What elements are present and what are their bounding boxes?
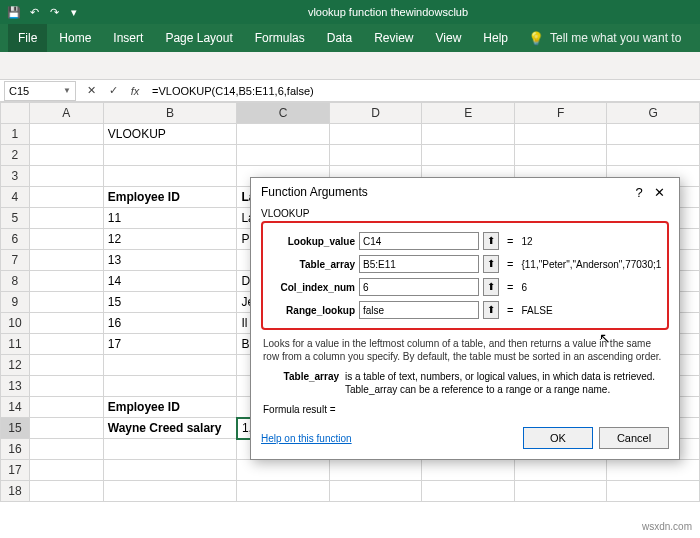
cancel-button[interactable]: Cancel [599, 427, 669, 449]
name-box-dropdown-icon[interactable]: ▼ [63, 86, 71, 95]
ref-selector-icon[interactable]: ⬆ [483, 278, 499, 296]
arg-lookup-value: Lookup_value C14 ⬆ = 12 [269, 230, 661, 252]
tab-data[interactable]: Data [317, 24, 362, 52]
ref-selector-icon[interactable]: ⬆ [483, 255, 499, 273]
formula-result: Formula result = [263, 404, 667, 415]
col-index-input[interactable]: 6 [359, 278, 479, 296]
tab-review[interactable]: Review [364, 24, 423, 52]
col-C[interactable]: C [237, 103, 330, 124]
enter-icon[interactable]: ✓ [104, 82, 122, 100]
dialog-titlebar[interactable]: Function Arguments ? ✕ [251, 178, 679, 206]
tab-page-layout[interactable]: Page Layout [155, 24, 242, 52]
watermark: wsxdn.com [642, 521, 692, 532]
row-1: 1VLOOKUP [1, 124, 700, 145]
ribbon-tabs: File Home Insert Page Layout Formulas Da… [0, 24, 700, 52]
cancel-icon[interactable]: ✕ [82, 82, 100, 100]
ref-selector-icon[interactable]: ⬆ [483, 301, 499, 319]
name-box-value: C15 [9, 85, 29, 97]
select-all-corner[interactable] [1, 103, 30, 124]
tell-me[interactable]: 💡 Tell me what you want to [528, 31, 681, 46]
tell-me-label: Tell me what you want to [550, 31, 681, 45]
lookup-value-input[interactable]: C14 [359, 232, 479, 250]
undo-icon[interactable]: ↶ [26, 4, 42, 20]
fx-icon[interactable]: fx [126, 82, 144, 100]
column-headers: A B C D E F G [1, 103, 700, 124]
bulb-icon: 💡 [528, 31, 544, 46]
arg-range-lookup: Range_lookup false ⬆ = FALSE [269, 299, 661, 321]
tab-insert[interactable]: Insert [103, 24, 153, 52]
help-link[interactable]: Help on this function [261, 433, 352, 444]
tab-help[interactable]: Help [473, 24, 518, 52]
quick-access-toolbar: 💾 ↶ ↷ ▾ [6, 4, 82, 20]
tab-formulas[interactable]: Formulas [245, 24, 315, 52]
row-18: 18 [1, 481, 700, 502]
col-E[interactable]: E [422, 103, 515, 124]
name-box[interactable]: C15 ▼ [4, 81, 76, 101]
window-title: vlookup function thewindowsclub [82, 6, 694, 18]
formula-input[interactable]: =VLOOKUP(C14,B5:E11,6,false) [146, 85, 700, 97]
redo-icon[interactable]: ↷ [46, 4, 62, 20]
dialog-close-icon[interactable]: ✕ [649, 185, 669, 200]
arg-col-index-num: Col_index_num 6 ⬆ = 6 [269, 276, 661, 298]
ok-button[interactable]: OK [523, 427, 593, 449]
row-2: 2 [1, 145, 700, 166]
col-D[interactable]: D [329, 103, 422, 124]
ref-selector-icon[interactable]: ⬆ [483, 232, 499, 250]
cursor-icon: ↖ [599, 330, 611, 346]
save-icon[interactable]: 💾 [6, 4, 22, 20]
ribbon-body [0, 52, 700, 80]
title-bar: 💾 ↶ ↷ ▾ vlookup function thewindowsclub [0, 0, 700, 24]
function-arguments-dialog: Function Arguments ? ✕ VLOOKUP Lookup_va… [250, 177, 680, 460]
arg-table-array: Table_array B5:E11 ⬆ = {11,"Peter","Ande… [269, 253, 661, 275]
tab-view[interactable]: View [426, 24, 472, 52]
function-name: VLOOKUP [261, 208, 669, 219]
col-G[interactable]: G [607, 103, 700, 124]
dialog-title: Function Arguments [261, 185, 368, 199]
col-A[interactable]: A [29, 103, 103, 124]
formula-bar: C15 ▼ ✕ ✓ fx =VLOOKUP(C14,B5:E11,6,false… [0, 80, 700, 102]
qat-dropdown-icon[interactable]: ▾ [66, 4, 82, 20]
row-17: 17 [1, 460, 700, 481]
argument-description: Table_array is a table of text, numbers,… [263, 371, 667, 396]
range-lookup-input[interactable]: false [359, 301, 479, 319]
table-array-input[interactable]: B5:E11 [359, 255, 479, 273]
tab-home[interactable]: Home [49, 24, 101, 52]
dialog-help-icon[interactable]: ? [629, 185, 649, 200]
col-F[interactable]: F [514, 103, 607, 124]
col-B[interactable]: B [103, 103, 237, 124]
arguments-highlight: Lookup_value C14 ⬆ = 12 Table_array B5:E… [261, 221, 669, 330]
tab-file[interactable]: File [8, 24, 47, 52]
